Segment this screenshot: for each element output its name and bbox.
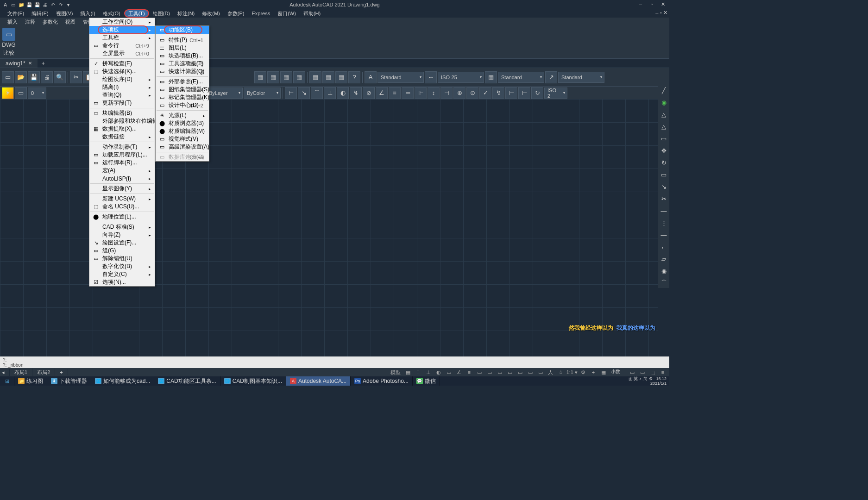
tpy-icon[interactable]: ▭: [475, 369, 484, 376]
menu-编辑(E)[interactable]: 编辑(E): [28, 9, 52, 18]
menu-item[interactable]: ▭特性(P)Ctrl+1: [156, 36, 209, 44]
taskbar-item[interactable]: 🌐如何能够成为cad...: [91, 376, 154, 386]
qat-dropdown-icon[interactable]: ▾: [65, 1, 72, 8]
stretch-icon[interactable]: ↘: [659, 181, 668, 192]
qat-app-icon[interactable]: A: [2, 1, 9, 8]
am-icon[interactable]: ▭: [505, 369, 515, 376]
ortho-icon[interactable]: ⊥: [424, 369, 433, 376]
plot-icon[interactable]: 🖨: [41, 71, 53, 83]
status-icon[interactable]: ☆: [556, 369, 566, 376]
save-icon[interactable]: 💾: [28, 71, 40, 83]
ribbon-tab-注释[interactable]: 注释: [21, 18, 39, 26]
layout-expand-icon[interactable]: ◂: [0, 369, 10, 376]
menu-item[interactable]: 全屏显示Ctrl+0: [89, 50, 155, 57]
menu-item[interactable]: ☑选项(N)...: [89, 278, 155, 286]
new-icon[interactable]: ▭: [2, 71, 14, 83]
menu-item[interactable]: ▭块编辑器(B): [89, 109, 155, 117]
menu-item[interactable]: 工作空间(O)▸: [89, 18, 155, 26]
menu-item[interactable]: ▭功能区(B): [156, 26, 209, 34]
menu-item[interactable]: ☰图层(L): [156, 44, 209, 52]
menu-item[interactable]: 外部参照和块在位编辑▸: [89, 117, 155, 125]
menu-格式(O)[interactable]: 格式(O): [99, 9, 124, 18]
menu-标注(N)[interactable]: 标注(N): [174, 9, 198, 18]
taskbar-item[interactable]: AAutodesk AutoCA...: [286, 376, 351, 386]
scale-label[interactable]: 1:1 ▾: [566, 369, 578, 376]
menu-item[interactable]: ⬤材质浏览器(B): [156, 119, 209, 127]
menu-item[interactable]: ▭标记集管理器(K)Ctrl+7: [156, 94, 209, 101]
dim-update-icon[interactable]: ↻: [531, 87, 543, 99]
layer-icon[interactable]: ▭: [15, 87, 27, 99]
status-icon[interactable]: ▭: [526, 369, 535, 376]
text-icon[interactable]: A: [365, 71, 377, 83]
menu-item[interactable]: ▭运行脚本(R)...: [89, 159, 155, 167]
doc-close-button[interactable]: ✕: [663, 10, 667, 15]
menu-item[interactable]: ▭工具选项板(T)Ctrl+3: [156, 60, 209, 68]
menu-item[interactable]: 工具栏▸: [89, 34, 155, 42]
dim-aligned-icon[interactable]: ↘: [298, 87, 310, 99]
status-icon[interactable]: ▭: [638, 369, 647, 376]
menu-item[interactable]: 新建 UCS(W)▸: [89, 195, 155, 203]
taskbar-item[interactable]: ⬇下载管理器: [47, 376, 91, 386]
menu-item[interactable]: 数字化仪(B)▸: [89, 262, 155, 270]
pline-icon[interactable]: ◉: [659, 97, 668, 107]
osnap-icon[interactable]: ▭: [444, 369, 453, 376]
menu-item[interactable]: 数据链接▸: [89, 133, 155, 141]
status-icon[interactable]: ▭: [516, 369, 525, 376]
sc-icon[interactable]: ▭: [495, 369, 504, 376]
menu-item[interactable]: AutoLISP(I)▸: [89, 175, 155, 182]
menu-item[interactable]: ▭组(G): [89, 247, 155, 255]
menu-item[interactable]: ▭快速计算器(Q)Ctrl+8: [156, 68, 209, 75]
lwt-icon[interactable]: ≡: [465, 369, 474, 376]
extend-icon[interactable]: —: [659, 206, 668, 216]
offset-icon[interactable]: —: [659, 230, 668, 240]
status-icon[interactable]: ▭: [536, 369, 545, 376]
add-layout-button[interactable]: +: [55, 369, 68, 375]
qat-redo-icon[interactable]: ↷: [57, 1, 64, 8]
dim-space-icon[interactable]: ↕: [428, 87, 440, 99]
menu-item[interactable]: ▭数据库连接(C)Ctrl+6: [156, 153, 209, 161]
status-icon[interactable]: ⬚: [648, 369, 657, 376]
new-tab-button[interactable]: +: [38, 59, 49, 68]
menu-item[interactable]: 选项板▸: [89, 26, 155, 34]
menu-item[interactable]: ▦数据提取(X)...: [89, 125, 155, 133]
menu-item[interactable]: ▭解除编组(U): [89, 255, 155, 262]
menu-Express[interactable]: Express: [248, 9, 274, 18]
menu-绘图(D)[interactable]: 绘图(D): [149, 9, 174, 18]
menu-item[interactable]: ▭视觉样式(V): [156, 135, 209, 143]
status-icon[interactable]: ⚙: [579, 369, 588, 376]
doc-maximize-button[interactable]: ▫: [660, 10, 662, 15]
mleader-style-dropdown[interactable]: Standard: [558, 72, 604, 83]
taskbar-item[interactable]: PsAdobe Photosho...: [351, 376, 413, 386]
qat-plot-icon[interactable]: 🖨: [41, 1, 48, 8]
menu-item[interactable]: ⬤地理位置(L)...: [89, 213, 155, 221]
lineweight-dropdown[interactable]: ByLayer: [206, 88, 243, 99]
ribbon-tab-参数化[interactable]: 参数化: [39, 18, 62, 26]
menu-item[interactable]: 查询(Q)▸: [89, 91, 155, 99]
menu-item[interactable]: ▭图纸集管理器(S)Ctrl+4: [156, 86, 209, 94]
ribbon-tab-插入[interactable]: 插入: [4, 18, 21, 26]
unknown-icon[interactable]: ⌒: [659, 278, 668, 288]
polar-icon[interactable]: ◐: [434, 369, 443, 376]
menu-item[interactable]: ▭更新字段(T): [89, 99, 155, 107]
taskbar-item[interactable]: 📁练习图: [14, 376, 47, 386]
menu-item[interactable]: ✓拼写检查(E): [89, 60, 155, 68]
menu-item[interactable]: 绘图次序(D)▸: [89, 75, 155, 83]
dim-continue-icon[interactable]: ⊩: [415, 87, 427, 99]
menu-视图(V)[interactable]: 视图(V): [52, 9, 77, 18]
layout-tab[interactable]: 布局1: [10, 369, 32, 376]
color-dropdown[interactable]: ByColor: [244, 88, 281, 99]
tb-icon[interactable]: ▦: [280, 71, 292, 83]
qat-undo-icon[interactable]: ↶: [49, 1, 56, 8]
dim-diameter-icon[interactable]: ⊘: [363, 87, 375, 99]
menu-item[interactable]: 自定义(C)▸: [89, 270, 155, 278]
taskbar-item[interactable]: 💬微信: [413, 376, 440, 386]
tb-icon[interactable]: ▦: [293, 71, 305, 83]
menu-窗口(W)[interactable]: 窗口(W): [274, 9, 300, 18]
customize-icon[interactable]: ≡: [658, 369, 667, 376]
mleader-icon[interactable]: ↗: [545, 71, 557, 83]
close-button[interactable]: ✕: [658, 1, 667, 8]
minimize-button[interactable]: –: [636, 1, 645, 8]
table-style-dropdown[interactable]: Standard: [498, 72, 544, 83]
maximize-button[interactable]: ▫: [647, 1, 656, 8]
qat-save-icon[interactable]: 💾: [25, 1, 32, 8]
